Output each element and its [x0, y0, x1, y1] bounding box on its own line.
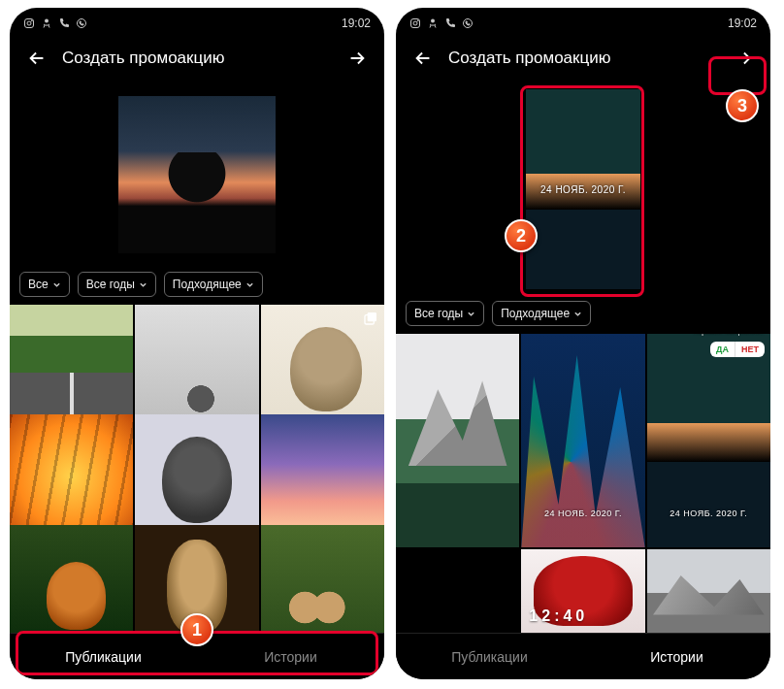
- ok-icon: [427, 17, 439, 29]
- preview-image[interactable]: 24 НОЯБ. 2020 Г.: [526, 89, 640, 289]
- filter-all[interactable]: Все: [19, 272, 70, 297]
- phone-right: 19:02 Создать промоакцию 24 НОЯБ. 2020 Г…: [396, 8, 770, 679]
- preview-area: [10, 82, 384, 266]
- chevron-down-icon: [467, 310, 475, 318]
- grid-item[interactable]: [10, 414, 133, 538]
- svg-point-4: [78, 19, 86, 28]
- annotation-badge-1: 1: [180, 613, 213, 646]
- filter-label: Все годы: [414, 307, 463, 320]
- carousel-icon: [363, 311, 378, 326]
- status-bar: 19:02: [396, 8, 770, 35]
- app-header: Создать промоакцию: [396, 35, 770, 82]
- chevron-down-icon: [139, 280, 147, 289]
- annotation-badge-3: 3: [726, 89, 759, 122]
- arrow-right-icon: [346, 48, 368, 69]
- ok-icon: [41, 17, 52, 29]
- filter-years[interactable]: Все годы: [78, 272, 156, 297]
- grid-item[interactable]: [647, 549, 770, 633]
- chevron-down-icon: [573, 310, 582, 318]
- arrow-left-icon: [412, 48, 434, 69]
- grid-item[interactable]: [261, 525, 384, 633]
- grid-item[interactable]: [135, 414, 258, 538]
- next-button[interactable]: [340, 41, 375, 76]
- phone-icon: [58, 17, 70, 29]
- tab-stories[interactable]: Истории: [197, 634, 384, 679]
- annotation-badge-2: 2: [505, 219, 538, 252]
- preview-image[interactable]: [118, 96, 276, 253]
- page-title: Создать промоакцию: [448, 49, 718, 68]
- story-timestamp: 24 НОЯБ. 2020 Г.: [521, 509, 644, 518]
- grid-item[interactable]: [396, 334, 519, 547]
- poll-question: Хорошее настроение?: [694, 334, 765, 335]
- poll-no[interactable]: НЕТ: [735, 342, 765, 357]
- svg-point-2: [31, 20, 32, 21]
- filter-years[interactable]: Все годы: [406, 301, 484, 326]
- grid-item[interactable]: 12:40: [521, 549, 644, 633]
- story-timestamp: 24 НОЯБ. 2020 Г.: [647, 509, 770, 518]
- svg-point-1: [27, 21, 31, 25]
- svg-point-11: [464, 19, 473, 28]
- phone-left: 19:02 Создать промоакцию Все Все годы: [10, 8, 384, 679]
- media-grid-stories: 24 НОЯБ. 2020 Г. Хорошее настроение? ДА …: [396, 334, 770, 633]
- filter-bar: Все годы Подходящее: [396, 295, 770, 334]
- tab-posts[interactable]: Публикации: [396, 634, 583, 679]
- svg-rect-5: [368, 312, 376, 321]
- story-timestamp: 24 НОЯБ. 2020 Г.: [526, 184, 640, 195]
- status-time: 19:02: [342, 16, 371, 30]
- filter-suitable[interactable]: Подходящее: [164, 272, 263, 297]
- tab-posts[interactable]: Публикации: [10, 634, 197, 679]
- grid-item[interactable]: [396, 549, 519, 633]
- viber-icon: [462, 17, 474, 29]
- tab-stories[interactable]: Истории: [583, 634, 770, 679]
- status-icons-left: [23, 17, 87, 29]
- poll-yes[interactable]: ДА: [710, 342, 735, 357]
- arrow-right-icon: [733, 48, 754, 69]
- grid-item[interactable]: [10, 305, 133, 428]
- clock-widget: 12:40: [529, 607, 588, 625]
- svg-point-3: [45, 19, 49, 23]
- status-bar: 19:02: [10, 8, 384, 35]
- media-grid: [10, 305, 384, 633]
- bottom-tabs: Публикации Истории: [396, 633, 770, 679]
- grid-item[interactable]: 24 НОЯБ. 2020 Г.: [521, 334, 644, 547]
- svg-point-9: [417, 20, 418, 21]
- app-header: Создать промоакцию: [10, 35, 384, 82]
- back-button[interactable]: [406, 41, 441, 76]
- next-button[interactable]: [726, 41, 761, 76]
- page-title: Создать промоакцию: [62, 49, 332, 68]
- instagram-icon: [23, 17, 35, 29]
- phone-icon: [444, 17, 456, 29]
- status-time: 19:02: [728, 16, 757, 30]
- filter-bar: Все Все годы Подходящее: [10, 266, 384, 305]
- chevron-down-icon: [245, 280, 254, 289]
- viber-icon: [76, 17, 87, 29]
- chevron-down-icon: [52, 280, 61, 289]
- filter-suitable[interactable]: Подходящее: [492, 301, 591, 326]
- instagram-icon: [409, 17, 421, 29]
- arrow-left-icon: [26, 48, 48, 69]
- filter-label: Подходящее: [501, 307, 570, 320]
- grid-item[interactable]: [10, 525, 133, 633]
- grid-item[interactable]: [261, 414, 384, 538]
- filter-label: Подходящее: [173, 278, 242, 291]
- svg-point-8: [413, 21, 417, 25]
- poll-widget[interactable]: ДА НЕТ: [710, 342, 765, 357]
- grid-item[interactable]: [135, 305, 258, 428]
- preview-area: 24 НОЯБ. 2020 Г.: [396, 82, 770, 295]
- grid-item[interactable]: [261, 305, 384, 428]
- filter-label: Все: [28, 278, 49, 291]
- back-button[interactable]: [19, 41, 54, 76]
- grid-item[interactable]: Хорошее настроение? ДА НЕТ 24 НОЯБ. 2020…: [647, 334, 770, 547]
- filter-label: Все годы: [86, 278, 135, 291]
- status-icons-left: [409, 17, 474, 29]
- svg-point-10: [431, 19, 435, 23]
